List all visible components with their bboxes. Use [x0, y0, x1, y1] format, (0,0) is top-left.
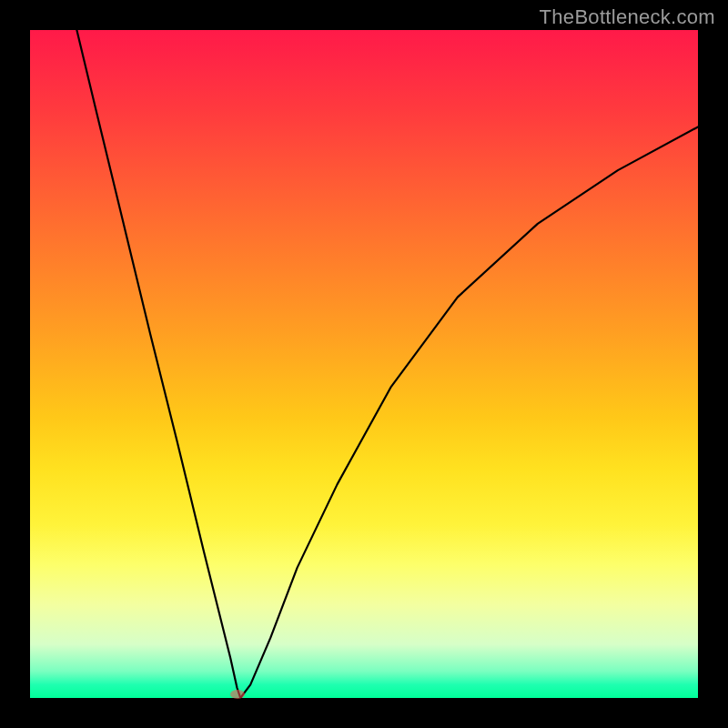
curve-svg [30, 30, 698, 698]
curve-right-path [240, 126, 698, 698]
chart-frame: TheBottleneck.com [0, 0, 728, 728]
plot-area [30, 30, 698, 698]
curve-left-path [76, 30, 240, 698]
minimum-marker [230, 690, 245, 699]
watermark-text: TheBottleneck.com [540, 5, 715, 29]
